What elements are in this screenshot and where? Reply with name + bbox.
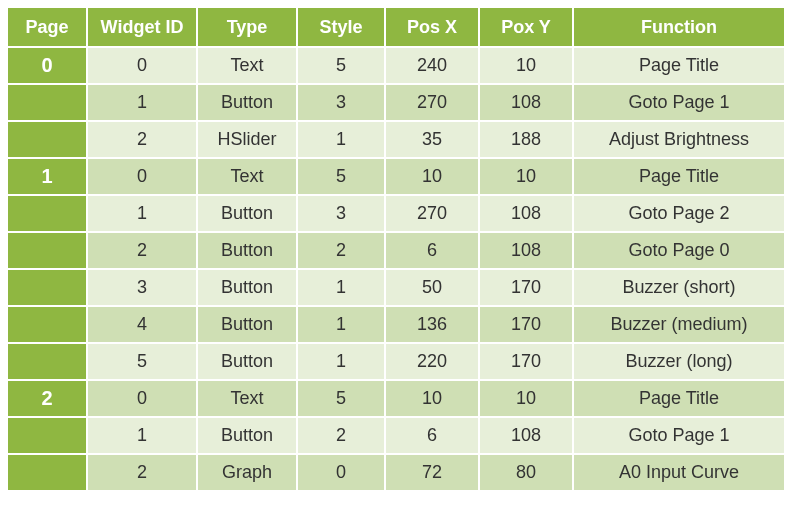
cell-type: Button — [197, 269, 297, 306]
col-style: Style — [297, 7, 385, 47]
cell-pos-x: 50 — [385, 269, 479, 306]
cell-widget-id: 0 — [87, 380, 197, 417]
cell-pos-x: 270 — [385, 195, 479, 232]
cell-widget-id: 0 — [87, 158, 197, 195]
cell-style: 5 — [297, 380, 385, 417]
cell-pos-y: 108 — [479, 417, 573, 454]
cell-pos-y: 108 — [479, 195, 573, 232]
cell-page: 0 — [7, 47, 87, 84]
cell-type: Button — [197, 84, 297, 121]
cell-widget-id: 1 — [87, 84, 197, 121]
col-pos-y: Pox Y — [479, 7, 573, 47]
col-widget-id: Widget ID — [87, 7, 197, 47]
cell-pos-y: 170 — [479, 306, 573, 343]
cell-widget-id: 1 — [87, 417, 197, 454]
cell-function: Goto Page 2 — [573, 195, 785, 232]
col-function: Function — [573, 7, 785, 47]
table-row: 2 Graph 0 72 80 A0 Input Curve — [7, 454, 785, 491]
cell-pos-x: 10 — [385, 158, 479, 195]
cell-type: Button — [197, 195, 297, 232]
cell-pos-y: 170 — [479, 269, 573, 306]
cell-type: Button — [197, 232, 297, 269]
cell-pos-y: 80 — [479, 454, 573, 491]
cell-function: Page Title — [573, 47, 785, 84]
cell-pos-x: 220 — [385, 343, 479, 380]
cell-function: A0 Input Curve — [573, 454, 785, 491]
table-row: 5 Button 1 220 170 Buzzer (long) — [7, 343, 785, 380]
cell-style: 5 — [297, 47, 385, 84]
cell-widget-id: 1 — [87, 195, 197, 232]
cell-function: Adjust Brightness — [573, 121, 785, 158]
cell-pos-x: 35 — [385, 121, 479, 158]
cell-style: 3 — [297, 195, 385, 232]
cell-function: Goto Page 0 — [573, 232, 785, 269]
cell-page — [7, 306, 87, 343]
cell-style: 1 — [297, 269, 385, 306]
cell-type: Button — [197, 343, 297, 380]
cell-function: Buzzer (short) — [573, 269, 785, 306]
table-row: 2 0 Text 5 10 10 Page Title — [7, 380, 785, 417]
cell-widget-id: 3 — [87, 269, 197, 306]
table-row: 2 Button 2 6 108 Goto Page 0 — [7, 232, 785, 269]
cell-pos-x: 10 — [385, 380, 479, 417]
cell-pos-x: 240 — [385, 47, 479, 84]
cell-page — [7, 343, 87, 380]
cell-function: Goto Page 1 — [573, 417, 785, 454]
cell-style: 1 — [297, 343, 385, 380]
cell-pos-x: 270 — [385, 84, 479, 121]
col-type: Type — [197, 7, 297, 47]
col-pos-x: Pos X — [385, 7, 479, 47]
table-row: 2 HSlider 1 35 188 Adjust Brightness — [7, 121, 785, 158]
cell-type: Text — [197, 158, 297, 195]
cell-page — [7, 269, 87, 306]
cell-page: 1 — [7, 158, 87, 195]
cell-function: Page Title — [573, 380, 785, 417]
cell-pos-y: 108 — [479, 232, 573, 269]
cell-style: 1 — [297, 306, 385, 343]
cell-type: Text — [197, 47, 297, 84]
cell-style: 1 — [297, 121, 385, 158]
cell-style: 3 — [297, 84, 385, 121]
cell-style: 5 — [297, 158, 385, 195]
cell-pos-x: 72 — [385, 454, 479, 491]
col-page: Page — [7, 7, 87, 47]
cell-type: Button — [197, 417, 297, 454]
cell-pos-x: 136 — [385, 306, 479, 343]
cell-widget-id: 2 — [87, 232, 197, 269]
cell-function: Goto Page 1 — [573, 84, 785, 121]
cell-type: Graph — [197, 454, 297, 491]
table-row: 1 Button 2 6 108 Goto Page 1 — [7, 417, 785, 454]
cell-page: 2 — [7, 380, 87, 417]
cell-function: Page Title — [573, 158, 785, 195]
widget-table: Page Widget ID Type Style Pos X Pox Y Fu… — [6, 6, 786, 492]
cell-widget-id: 2 — [87, 454, 197, 491]
cell-widget-id: 5 — [87, 343, 197, 380]
table-row: 0 0 Text 5 240 10 Page Title — [7, 47, 785, 84]
cell-pos-y: 170 — [479, 343, 573, 380]
cell-type: Text — [197, 380, 297, 417]
cell-pos-y: 188 — [479, 121, 573, 158]
header-row: Page Widget ID Type Style Pos X Pox Y Fu… — [7, 7, 785, 47]
cell-style: 2 — [297, 417, 385, 454]
cell-type: HSlider — [197, 121, 297, 158]
cell-page — [7, 417, 87, 454]
cell-function: Buzzer (medium) — [573, 306, 785, 343]
cell-function: Buzzer (long) — [573, 343, 785, 380]
table-row: 1 0 Text 5 10 10 Page Title — [7, 158, 785, 195]
cell-pos-y: 10 — [479, 158, 573, 195]
cell-widget-id: 0 — [87, 47, 197, 84]
cell-pos-x: 6 — [385, 417, 479, 454]
cell-page — [7, 454, 87, 491]
cell-page — [7, 195, 87, 232]
cell-widget-id: 2 — [87, 121, 197, 158]
cell-widget-id: 4 — [87, 306, 197, 343]
cell-style: 2 — [297, 232, 385, 269]
table-row: 4 Button 1 136 170 Buzzer (medium) — [7, 306, 785, 343]
cell-page — [7, 121, 87, 158]
cell-pos-y: 10 — [479, 47, 573, 84]
cell-pos-y: 10 — [479, 380, 573, 417]
table-row: 3 Button 1 50 170 Buzzer (short) — [7, 269, 785, 306]
table-body: 0 0 Text 5 240 10 Page Title 1 Button 3 … — [7, 47, 785, 491]
cell-page — [7, 232, 87, 269]
cell-pos-y: 108 — [479, 84, 573, 121]
